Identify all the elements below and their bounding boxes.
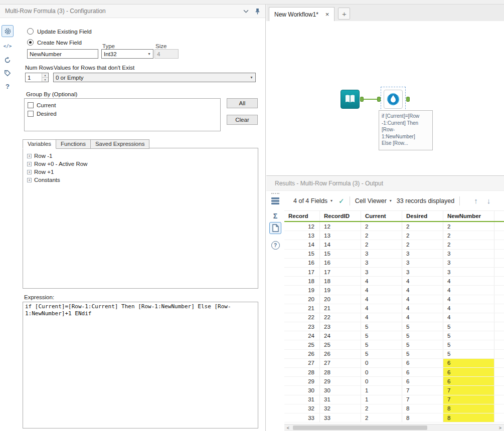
- cell-desired[interactable]: 8: [402, 404, 443, 413]
- cell-current[interactable]: 3: [361, 250, 402, 258]
- cell-new-number[interactable]: 7: [443, 386, 494, 394]
- data-view-icon[interactable]: [269, 222, 281, 234]
- table-row[interactable]: 1212222: [284, 222, 504, 231]
- cell-desired[interactable]: 4: [402, 304, 443, 313]
- column-header-newnumber[interactable]: NewNumber: [443, 211, 494, 221]
- expand-icon[interactable]: +: [27, 162, 32, 166]
- layout-rows-icon[interactable]: [269, 195, 281, 207]
- cell-record[interactable]: 24: [284, 331, 320, 340]
- spin-down-icon[interactable]: ▼: [42, 78, 48, 82]
- cell-record[interactable]: 18: [284, 277, 320, 285]
- cell-record-id[interactable]: 32: [320, 404, 361, 413]
- group-by-item-current[interactable]: Current: [28, 101, 217, 109]
- fields-selector[interactable]: 4 of 4 Fields ▾: [293, 197, 332, 204]
- cell-record[interactable]: 25: [284, 340, 320, 349]
- num-rows-stepper[interactable]: 1 ▲ ▼: [25, 73, 49, 82]
- cell-current[interactable]: 5: [361, 340, 402, 349]
- close-icon[interactable]: ×: [325, 11, 329, 18]
- cell-record[interactable]: 32: [284, 404, 320, 413]
- tab-saved-expressions[interactable]: Saved Expressions: [91, 139, 149, 149]
- cell-current[interactable]: 1: [361, 395, 402, 404]
- cell-current[interactable]: 4: [361, 295, 402, 304]
- cell-desired[interactable]: 8: [402, 413, 443, 422]
- update-existing-radio[interactable]: Update Existing Field: [27, 28, 92, 35]
- cell-record-id[interactable]: 13: [320, 231, 361, 240]
- cell-record[interactable]: 12: [284, 222, 320, 231]
- cell-new-number[interactable]: 4: [443, 304, 494, 313]
- cell-desired[interactable]: 5: [402, 322, 443, 331]
- cell-current[interactable]: 2: [361, 222, 402, 231]
- expand-icon[interactable]: +: [27, 178, 32, 182]
- cell-current[interactable]: 3: [361, 259, 402, 267]
- cell-current[interactable]: 0: [361, 377, 402, 385]
- cell-desired[interactable]: 4: [402, 295, 443, 304]
- pin-icon[interactable]: [255, 8, 260, 15]
- table-row[interactable]: 1313222: [284, 231, 504, 240]
- cell-new-number[interactable]: 2: [443, 231, 494, 240]
- table-row[interactable]: 2525555: [284, 340, 504, 349]
- cell-current[interactable]: 1: [361, 386, 402, 394]
- table-row[interactable]: 1717333: [284, 268, 504, 277]
- all-button[interactable]: All: [227, 98, 258, 108]
- tab-functions[interactable]: Functions: [56, 139, 91, 149]
- cell-new-number[interactable]: 4: [443, 277, 494, 285]
- cell-new-number[interactable]: 4: [443, 286, 494, 294]
- table-row[interactable]: 3030177: [284, 386, 504, 395]
- clear-button[interactable]: Clear: [227, 115, 258, 125]
- cell-current[interactable]: 3: [361, 268, 402, 276]
- new-workflow-button[interactable]: +: [338, 8, 350, 20]
- cell-record-id[interactable]: 17: [320, 268, 361, 276]
- size-input[interactable]: 4: [154, 49, 179, 59]
- table-row[interactable]: 1818444: [284, 277, 504, 286]
- tab-variables[interactable]: Variables: [23, 139, 56, 149]
- cell-desired[interactable]: 5: [402, 350, 443, 358]
- collapse-chevron-icon[interactable]: [243, 10, 249, 13]
- tree-item-row-active[interactable]: + Row +0 - Active Row: [23, 160, 258, 168]
- create-new-radio[interactable]: Create New Field: [27, 39, 82, 46]
- cell-desired[interactable]: 6: [402, 377, 443, 385]
- cell-desired[interactable]: 4: [402, 286, 443, 294]
- table-row[interactable]: 2929066: [284, 377, 504, 386]
- cell-desired[interactable]: 5: [402, 340, 443, 349]
- output-anchor[interactable]: [406, 97, 410, 102]
- values-no-exist-select[interactable]: 0 or Empty ▾: [53, 73, 256, 82]
- column-header-record[interactable]: Record: [284, 211, 320, 221]
- cell-current[interactable]: 0: [361, 359, 402, 367]
- table-row[interactable]: 2727066: [284, 359, 504, 368]
- cell-current[interactable]: 5: [361, 331, 402, 340]
- input-anchor[interactable]: [377, 97, 381, 102]
- cell-new-number[interactable]: 5: [443, 340, 494, 349]
- cell-new-number[interactable]: 6: [443, 368, 494, 376]
- cell-record-id[interactable]: 23: [320, 322, 361, 331]
- cell-new-number[interactable]: 6: [443, 377, 494, 385]
- cell-record[interactable]: 20: [284, 295, 320, 304]
- cell-record-id[interactable]: 22: [320, 313, 361, 322]
- cell-record[interactable]: 31: [284, 395, 320, 404]
- table-row[interactable]: 1616333: [284, 259, 504, 268]
- cell-new-number[interactable]: 4: [443, 313, 494, 322]
- table-row[interactable]: 2626555: [284, 350, 504, 359]
- cell-record[interactable]: 33: [284, 413, 320, 422]
- cell-new-number[interactable]: 3: [443, 250, 494, 258]
- cell-record-id[interactable]: 20: [320, 295, 361, 304]
- cell-viewer-selector[interactable]: Cell Viewer ▾: [355, 197, 392, 204]
- arrow-up-icon[interactable]: ↑: [474, 196, 478, 205]
- cell-desired[interactable]: 3: [402, 259, 443, 267]
- cell-desired[interactable]: 3: [402, 250, 443, 258]
- stepper-buttons[interactable]: ▲ ▼: [42, 73, 48, 82]
- cell-new-number[interactable]: 7: [443, 395, 494, 404]
- tool-annotation[interactable]: if [Current]=[Row -1:Current] Then [Row-…: [379, 110, 433, 150]
- type-select[interactable]: Int32 ▾: [101, 49, 153, 59]
- cell-record[interactable]: 15: [284, 250, 320, 258]
- cell-current[interactable]: 5: [361, 350, 402, 358]
- cell-record-id[interactable]: 28: [320, 368, 361, 376]
- cell-current[interactable]: 0: [361, 368, 402, 376]
- cell-record-id[interactable]: 19: [320, 286, 361, 294]
- cell-current[interactable]: 4: [361, 313, 402, 322]
- expand-icon[interactable]: +: [27, 170, 32, 174]
- column-header-current[interactable]: Current: [361, 211, 402, 221]
- table-row[interactable]: 2424555: [284, 331, 504, 340]
- cell-record-id[interactable]: 12: [320, 222, 361, 231]
- cell-desired[interactable]: 4: [402, 277, 443, 285]
- cell-desired[interactable]: 4: [402, 313, 443, 322]
